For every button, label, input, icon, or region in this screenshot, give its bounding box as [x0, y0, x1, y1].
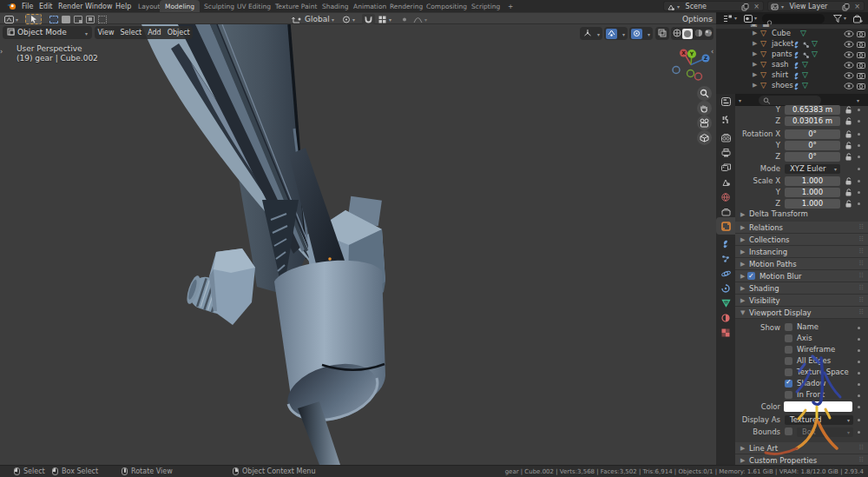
tab-physics[interactable] [719, 268, 733, 280]
hide-eye-icon[interactable] [844, 30, 854, 37]
disable-render-camera-icon[interactable] [857, 83, 865, 89]
editor-type-icon[interactable] [4, 16, 14, 23]
animate-dot[interactable] [858, 133, 860, 136]
hide-eye-icon[interactable] [844, 41, 854, 48]
outliner-row-sash[interactable]: ▶ ▽ sash ▽ [716, 60, 868, 70]
menu-select[interactable]: Select [117, 26, 145, 39]
tab-object[interactable] [719, 220, 733, 232]
outliner-row-shoes[interactable]: ▶ ▽ shoes ▽ [716, 81, 868, 91]
options-button[interactable]: Options [682, 15, 713, 23]
tab-view-layer[interactable] [719, 162, 733, 174]
loc-y-field[interactable]: 0.65383 m [785, 105, 840, 115]
rot-x-field[interactable]: 0° [785, 129, 840, 139]
gizmo-neg-z-axis[interactable] [673, 67, 680, 74]
animate-dot[interactable] [858, 361, 860, 363]
hide-eye-icon[interactable] [844, 51, 854, 58]
scene-selector[interactable]: ▾ Scene × [663, 1, 764, 11]
animate-dot[interactable] [858, 431, 860, 434]
menu-edit[interactable]: Edit [39, 3, 53, 10]
outliner-row-cube[interactable]: ▶ ▽ Cube ▽ [716, 29, 868, 39]
animate-dot[interactable] [858, 191, 860, 194]
delta-transform-arrow[interactable]: ▶ [740, 211, 745, 218]
panel-relations[interactable]: ▶Relations⠿ [735, 222, 868, 234]
panel-instancing[interactable]: ▶Instancing⠿ [735, 246, 868, 258]
lock-icon[interactable] [845, 153, 852, 161]
copy-icon[interactable] [741, 3, 749, 11]
toolbar-expand-arrow[interactable]: › [0, 48, 3, 56]
tab-constraints[interactable] [719, 282, 733, 295]
outliner-item-name[interactable]: jacket [772, 39, 793, 48]
orientation-chevron-icon[interactable]: ▾ [332, 17, 334, 23]
expand-arrow-icon[interactable]: ▶ [753, 30, 757, 36]
disable-render-camera-icon[interactable] [857, 30, 865, 37]
disable-render-camera-icon[interactable] [857, 62, 865, 69]
animate-dot[interactable] [858, 338, 860, 341]
overlays-dropdown[interactable]: ▾ [604, 27, 628, 40]
perspective-toggle-button[interactable] [697, 130, 712, 145]
lock-icon[interactable] [845, 130, 852, 138]
scene-unlink-icon[interactable]: × [753, 2, 760, 11]
menu-render[interactable]: Render [58, 3, 82, 10]
gizmo-neg-x-axis[interactable] [695, 73, 702, 80]
model-gear-cube002[interactable] [0, 24, 716, 465]
outliner-item-name[interactable]: Cube [772, 29, 791, 37]
mode-selector[interactable]: Object Mode ▾ [3, 26, 92, 39]
camera-view-button[interactable] [697, 116, 712, 130]
tab-tool[interactable] [719, 114, 733, 126]
lock-icon[interactable] [845, 189, 852, 196]
menu-add[interactable]: Add [145, 26, 165, 39]
select-mode-new-icon[interactable] [49, 16, 58, 23]
snap-toggle[interactable] [362, 14, 375, 24]
proportional-edit-icon[interactable] [400, 16, 409, 23]
hide-eye-icon[interactable] [844, 83, 854, 89]
animate-dot[interactable] [858, 406, 860, 408]
scale-z-field[interactable]: 1.000 [785, 199, 840, 209]
animate-dot[interactable] [858, 168, 860, 170]
rot-y-field[interactable]: 0° [785, 141, 840, 150]
blender-logo-icon[interactable] [6, 2, 17, 10]
outliner-item-name[interactable]: shirt [772, 70, 788, 79]
color-swatch[interactable] [784, 401, 852, 412]
expand-arrow-icon[interactable]: ▶ [753, 50, 757, 57]
outliner-search-field[interactable] [762, 14, 825, 23]
properties-options-chevron-icon[interactable]: ▾ [857, 97, 859, 103]
select-mode-invert-icon[interactable] [86, 16, 95, 23]
material-shading-icon[interactable] [694, 29, 703, 37]
disable-render-camera-icon[interactable] [857, 51, 865, 58]
tab-world[interactable] [719, 191, 733, 203]
tab-output[interactable] [719, 147, 733, 159]
pivot-chevron-icon[interactable]: ▾ [352, 17, 355, 23]
copy-icon[interactable] [842, 3, 850, 11]
lock-icon[interactable] [845, 117, 852, 125]
animate-dot[interactable] [858, 120, 860, 123]
axis-checkbox[interactable] [785, 335, 792, 342]
name-checkbox[interactable] [785, 323, 792, 331]
view-layer-selector[interactable]: ▾ View Layer × [767, 1, 865, 11]
panel-visibility[interactable]: ▶Visibility⠿ [735, 295, 868, 307]
overlays-toggle-on[interactable] [606, 29, 617, 39]
animate-dot[interactable] [858, 349, 860, 352]
outliner-filter-chevron-icon[interactable]: ▾ [844, 15, 846, 21]
animate-dot[interactable] [858, 327, 860, 329]
lock-icon[interactable] [845, 106, 852, 114]
tab-scripting[interactable]: Scripting [466, 0, 505, 12]
tab-material[interactable] [719, 312, 733, 324]
tab-texture[interactable] [719, 327, 733, 339]
outliner-row-pants[interactable]: ▶ ▽ pants ▽ [716, 50, 868, 60]
panel-collections[interactable]: ▶Collections⠿ [735, 234, 868, 246]
outliner-item-name[interactable]: sash [772, 60, 788, 69]
zoom-button[interactable] [697, 86, 712, 101]
tab-modeling[interactable]: Modeling [160, 0, 200, 12]
outliner-row-shirt[interactable]: ▶ ▽ shirt ▽ [716, 70, 868, 81]
filter-view-chevron-icon[interactable]: ▾ [754, 15, 757, 21]
rot-z-field[interactable]: 0° [785, 152, 840, 162]
menu-help[interactable]: Help [115, 3, 131, 10]
animate-dot[interactable] [858, 109, 860, 111]
select-mode-extend-icon[interactable] [62, 16, 70, 23]
viewport-3d[interactable]: Object Mode ▾ ViewSelectAddObject ▾ ▾ ▾ [0, 24, 716, 465]
expand-arrow-icon[interactable]: ▶ [753, 61, 757, 68]
expand-arrow-icon[interactable]: ▶ [753, 71, 757, 78]
in-front-checkbox[interactable] [785, 391, 792, 399]
bounds-dropdown[interactable]: Box▾ [797, 427, 853, 437]
animate-dot[interactable] [858, 202, 860, 205]
